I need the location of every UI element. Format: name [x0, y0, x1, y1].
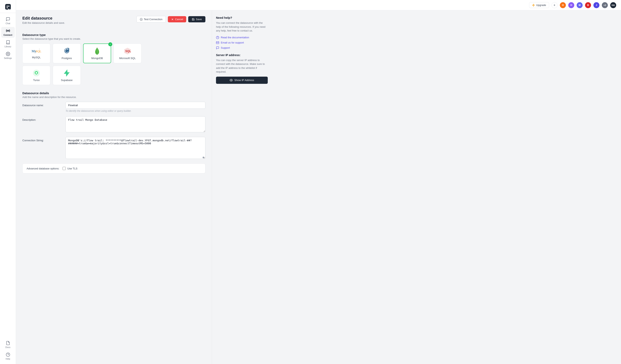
avatar-2[interactable]: H: [568, 2, 574, 8]
email-support-link[interactable]: Email us for support: [216, 41, 268, 44]
ds-mongodb-label: MongoDB: [91, 57, 103, 60]
ds-postgres-label: Postgres: [62, 57, 72, 60]
ds-card-mysql[interactable]: My SQL MySQL: [22, 44, 50, 63]
svg-point-19: [35, 72, 37, 74]
description-field-container: Flow trail Mongo Database: [66, 116, 206, 133]
app-logo: [0, 2, 16, 13]
ds-card-mssql[interactable]: SQL Microsoft SQL: [114, 44, 141, 63]
user-avatar[interactable]: HA: [610, 2, 616, 8]
avatar-4[interactable]: B: [585, 2, 591, 8]
center-panel: Edit datasource Edit the datasource deta…: [16, 10, 212, 364]
main-content: Edit datasource Edit the datasource deta…: [16, 10, 621, 364]
svg-point-12: [65, 49, 68, 52]
support-label: Support: [221, 46, 230, 49]
page-subtitle: Edit the datasource details and save.: [22, 21, 65, 24]
advanced-section: Advanced database options: Use TLS: [22, 163, 206, 174]
svg-marker-5: [533, 4, 535, 6]
ds-type-subtitle: Select the datasource type that you want…: [22, 37, 206, 40]
ds-mssql-label: Microsoft SQL: [119, 57, 136, 60]
right-panel: Need help? You can connect the datasourc…: [212, 10, 272, 364]
sidebar-library-label: Library: [5, 45, 11, 48]
use-tls-label[interactable]: Use TLS: [67, 167, 77, 170]
resize-handle: [203, 157, 204, 158]
svg-rect-0: [5, 4, 11, 10]
help-title: Need help?: [216, 16, 268, 19]
ds-card-supabase[interactable]: Supabase: [53, 66, 81, 85]
connection-string-label: Connection String:: [22, 137, 62, 142]
datasource-type-section: Datasource type Select the datasource ty…: [22, 33, 206, 85]
ds-supabase-label: Supabase: [61, 79, 73, 82]
connection-string-textarea[interactable]: MongoDB's://flow trail: **********@flowt…: [66, 137, 206, 159]
svg-point-1: [7, 30, 9, 31]
sidebar-item-chat[interactable]: Chat: [1, 15, 15, 26]
show-ip-label: Show IP Address: [234, 79, 254, 82]
name-field-hint: To identify the datasources when using e…: [66, 110, 206, 112]
cancel-button[interactable]: Cancel: [168, 16, 186, 22]
sidebar-settings-label: Settings: [4, 57, 12, 59]
save-button[interactable]: Save: [188, 16, 206, 22]
name-field-row: Datasource name: To identify the datasou…: [22, 102, 206, 112]
name-field-label: Datasource name:: [22, 102, 62, 107]
datasource-details-section: Datasource details Add the name and desc…: [22, 91, 206, 174]
sidebar-help-label: Help: [6, 358, 10, 360]
datasource-name-input[interactable]: [66, 102, 206, 109]
connection-string-container: MongoDB's://flow trail: **********@flowt…: [66, 137, 206, 159]
sidebar-item-settings[interactable]: Settings: [1, 50, 15, 61]
svg-point-14: [65, 49, 66, 50]
advanced-label: Advanced database options:: [27, 167, 59, 170]
page-title: Edit datasource: [22, 16, 65, 21]
sidebar: Chat Connect Library Settings Docs: [0, 0, 16, 364]
sidebar-chat-label: Chat: [6, 22, 10, 25]
upgrade-label: Upgrade: [536, 4, 546, 7]
use-tls-group: Use TLS: [63, 167, 77, 170]
svg-point-15: [67, 49, 68, 50]
ds-type-title: Datasource type: [22, 33, 206, 36]
server-ip-title: Server IP address:: [216, 53, 268, 57]
ds-details-subtitle: Add the name and description for the res…: [22, 95, 206, 99]
save-label: Save: [196, 18, 202, 21]
avatar-1[interactable]: H: [560, 2, 566, 8]
server-ip-text: You can copy the server IP address to co…: [216, 58, 268, 74]
avatar-more[interactable]: +3: [602, 2, 608, 8]
svg-text:SQL: SQL: [35, 49, 41, 53]
description-field-label: Description:: [22, 116, 62, 121]
use-tls-checkbox[interactable]: [63, 167, 66, 170]
show-ip-button[interactable]: Show IP Address: [216, 77, 268, 84]
upgrade-button[interactable]: Upgrade: [529, 2, 549, 8]
test-connection-label: Test Connection: [144, 18, 162, 21]
sidebar-item-library[interactable]: Library: [1, 38, 15, 49]
read-docs-link[interactable]: Read the documentation: [216, 36, 268, 39]
read-docs-label: Read the documentation: [221, 36, 249, 39]
support-link[interactable]: Support: [216, 46, 268, 49]
sidebar-item-connect[interactable]: Connect: [1, 27, 15, 38]
action-buttons: Test Connection Cancel Save: [137, 16, 206, 23]
avatar-3[interactable]: M: [577, 2, 583, 8]
ds-card-turso[interactable]: Turso: [22, 66, 50, 85]
help-text: You can connect the datasource with the …: [216, 21, 268, 33]
datasource-type-grid: My SQL MySQL: [22, 44, 206, 85]
sidebar-item-help[interactable]: Help: [1, 351, 15, 362]
name-field-container: To identify the datasources when using e…: [66, 102, 206, 112]
description-field-row: Description: Flow trail Mongo Database: [22, 116, 206, 133]
ds-mysql-label: MySQL: [32, 56, 41, 59]
avatar-5[interactable]: J: [593, 2, 599, 8]
selected-check: ✓: [108, 42, 112, 46]
svg-point-2: [7, 53, 9, 54]
svg-text:SQL: SQL: [125, 49, 131, 53]
svg-point-22: [231, 80, 232, 81]
test-connection-button[interactable]: Test Connection: [137, 16, 166, 23]
sidebar-connect-label: Connect: [4, 34, 12, 36]
page-header: Edit datasource Edit the datasource deta…: [22, 16, 65, 24]
connection-string-row: Connection String: MongoDB's://flow trai…: [22, 137, 206, 159]
topbar: Upgrade + H H M B J +3 HA: [16, 0, 621, 10]
ds-card-postgres[interactable]: Postgres: [53, 44, 81, 63]
sidebar-item-docs[interactable]: Docs: [1, 339, 15, 350]
ds-turso-label: Turso: [33, 79, 40, 82]
ds-details-title: Datasource details: [22, 91, 206, 95]
description-textarea[interactable]: Flow trail Mongo Database: [66, 116, 206, 132]
email-support-label: Email us for support: [221, 41, 244, 44]
sidebar-docs-label: Docs: [5, 346, 10, 348]
add-button[interactable]: +: [552, 2, 557, 8]
cancel-label: Cancel: [175, 18, 183, 21]
ds-card-mongodb[interactable]: ✓ MongoDB: [83, 44, 111, 63]
